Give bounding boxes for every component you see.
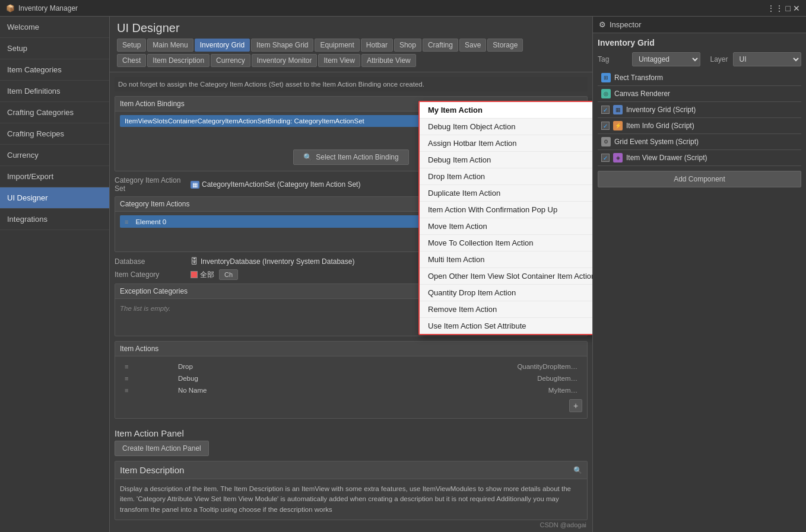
rect-transform-icon: ⊞ bbox=[601, 73, 611, 82]
item-category-label: Item Category bbox=[115, 270, 186, 279]
sidebar-item-integrations[interactable]: Integrations bbox=[0, 209, 109, 230]
window-dots[interactable]: ⋮⋮ bbox=[767, 4, 783, 13]
insp-tag-select[interactable]: Untagged bbox=[632, 52, 700, 66]
sidebar-item-import-export[interactable]: Import/Export bbox=[0, 166, 109, 187]
inspector-object-title: Inventory Grid bbox=[598, 38, 801, 47]
insp-layer-label: Layer bbox=[710, 55, 728, 63]
insp-component-inventory-grid: ✓ ▦ Inventory Grid (Script) bbox=[598, 102, 801, 118]
tab-save[interactable]: Save bbox=[459, 39, 486, 52]
tab-row-2: Chest Item Description Currency Inventor… bbox=[117, 54, 585, 67]
dropdown-item-11[interactable]: Quantity Drop Item Action bbox=[420, 285, 592, 301]
item-info-grid-icon: ⚡ bbox=[613, 121, 623, 130]
dropdown-item-7[interactable]: Move Item Action bbox=[420, 218, 592, 235]
sidebar-item-item-categories[interactable]: Item Categories bbox=[0, 59, 109, 81]
sidebar-item-currency[interactable]: Currency bbox=[0, 145, 109, 166]
dropdown-item-5[interactable]: Duplicate Item Action bbox=[420, 185, 592, 202]
insp-component-item-view-drawer: ✓ ◈ Item View Drawer (Script) bbox=[598, 150, 801, 166]
rect-transform-label: Rect Transform bbox=[614, 74, 798, 82]
info-text: Do not forget to assign the Category Ite… bbox=[115, 77, 588, 91]
canvas-renderer-icon: ◎ bbox=[601, 89, 611, 98]
dropdown-item-2[interactable]: Assign Hotbar Item Action bbox=[420, 135, 592, 152]
item-category-value: 全部 bbox=[200, 270, 214, 280]
drag-icon-2: ≡ bbox=[125, 387, 128, 394]
dropdown-item-13[interactable]: Use Item Action Set Attribute bbox=[420, 318, 592, 334]
item-action-panel-section: Item Action Panel Create Item Action Pan… bbox=[115, 423, 588, 456]
item-action-row-1[interactable]: ≡ Debug DebugItem… bbox=[121, 373, 581, 384]
sidebar-item-welcome[interactable]: Welcome bbox=[0, 17, 109, 38]
window-close[interactable]: ✕ bbox=[793, 4, 800, 13]
item-description-title: Item Description bbox=[120, 465, 184, 475]
tab-row-1: Setup Main Menu Inventory Grid Item Shap… bbox=[117, 39, 585, 52]
designer-header: UI Designer Setup Main Menu Inventory Gr… bbox=[110, 17, 592, 72]
tab-equipment[interactable]: Equipment bbox=[315, 39, 359, 52]
insp-tag-row: Tag Untagged Layer UI bbox=[598, 52, 801, 66]
action-name-0: Drop bbox=[174, 361, 316, 372]
tab-hotbar[interactable]: Hotbar bbox=[361, 39, 393, 52]
tab-shop[interactable]: Shop bbox=[394, 39, 421, 52]
watermark: CSDN @adogai bbox=[540, 521, 586, 528]
dropdown-item-8[interactable]: Move To Collection Item Action bbox=[420, 235, 592, 251]
designer-title: UI Designer bbox=[117, 21, 585, 35]
dropdown-item-4[interactable]: Drop Item Action bbox=[420, 168, 592, 185]
tab-storage[interactable]: Storage bbox=[487, 39, 523, 52]
window-minimize[interactable]: □ bbox=[786, 4, 791, 13]
insp-tag-label: Tag bbox=[598, 55, 627, 63]
category-action-set-value: ▦ CategoryItemActionSet (Category Item A… bbox=[191, 180, 360, 189]
tab-setup[interactable]: Setup bbox=[117, 39, 146, 52]
item-category-btn[interactable]: Ch bbox=[219, 269, 238, 280]
dropdown-item-12[interactable]: Remove Item Action bbox=[420, 301, 592, 318]
create-item-action-panel-btn[interactable]: Create Item Action Panel bbox=[115, 441, 209, 456]
action-name-2: No Name bbox=[174, 385, 316, 396]
category-action-set-label: Category Item Action Set bbox=[115, 176, 186, 193]
select-item-action-binding-btn[interactable]: 🔍 Select Item Action Binding bbox=[293, 149, 408, 165]
tab-currency[interactable]: Currency bbox=[211, 54, 250, 67]
item-action-row-2[interactable]: ≡ No Name MyItem… bbox=[121, 385, 581, 396]
grid-event-system-label: Grid Event System (Script) bbox=[614, 138, 798, 146]
grid-event-system-icon: ⚙ bbox=[601, 137, 611, 146]
app-icon: 📦 bbox=[6, 4, 15, 12]
tab-crafting[interactable]: Crafting bbox=[423, 39, 458, 52]
item-info-grid-checkbox[interactable]: ✓ bbox=[601, 122, 610, 130]
tab-attribute-view[interactable]: Attribute View bbox=[361, 54, 416, 67]
item-actions-table: ≡ Drop QuantityDropItem… ≡ Debug DebugIt… bbox=[120, 360, 582, 397]
title-bar: 📦 Inventory Manager ⋮⋮ □ ✕ bbox=[0, 0, 806, 17]
sidebar-item-crafting-categories[interactable]: Crafting Categories bbox=[0, 102, 109, 123]
item-view-drawer-checkbox[interactable]: ✓ bbox=[601, 154, 610, 162]
item-description-body: Display a description of the item. The I… bbox=[115, 479, 587, 520]
tab-main-menu[interactable]: Main Menu bbox=[147, 39, 193, 52]
dropdown-item-10[interactable]: Open Other Item View Slot Container Item… bbox=[420, 268, 592, 285]
search-desc-icon[interactable]: 🔍 bbox=[573, 466, 582, 474]
inspector-title: Inspector bbox=[610, 20, 641, 29]
sidebar: Welcome Setup Item Categories Item Defin… bbox=[0, 17, 110, 532]
sidebar-item-setup[interactable]: Setup bbox=[0, 38, 109, 59]
dropdown-item-1[interactable]: Debug Item Object Action bbox=[420, 119, 592, 135]
tab-item-view[interactable]: Item View bbox=[318, 54, 360, 67]
item-actions-header: Item Actions bbox=[115, 342, 587, 356]
drag-icon-1: ≡ bbox=[125, 375, 128, 382]
sidebar-item-item-definitions[interactable]: Item Definitions bbox=[0, 81, 109, 102]
add-component-btn[interactable]: Add Component bbox=[598, 171, 801, 187]
tab-inventory-grid[interactable]: Inventory Grid bbox=[195, 39, 250, 52]
add-action-btn[interactable]: + bbox=[569, 399, 582, 412]
insp-component-canvas-renderer: ◎ Canvas Renderer bbox=[598, 86, 801, 102]
tab-item-shape-grid[interactable]: Item Shape Grid bbox=[251, 39, 313, 52]
item-info-grid-label: Item Info Grid (Script) bbox=[626, 122, 798, 130]
sidebar-item-ui-designer[interactable]: UI Designer bbox=[0, 187, 109, 209]
inspector-panel: ⚙ Inspector Inventory Grid Tag Untagged … bbox=[592, 17, 806, 532]
item-view-drawer-label: Item View Drawer (Script) bbox=[626, 154, 798, 162]
action-name-1: Debug bbox=[174, 373, 316, 384]
inventory-grid-checkbox[interactable]: ✓ bbox=[601, 106, 610, 114]
tab-item-description[interactable]: Item Description bbox=[147, 54, 210, 67]
dropdown-item-3[interactable]: Debug Item Action bbox=[420, 152, 592, 168]
sidebar-item-crafting-recipes[interactable]: Crafting Recipes bbox=[0, 123, 109, 145]
tab-inventory-monitor[interactable]: Inventory Monitor bbox=[252, 54, 318, 67]
content-area: UI Designer Setup Main Menu Inventory Gr… bbox=[110, 17, 592, 532]
dropdown-item-0[interactable]: My Item Action bbox=[420, 102, 592, 119]
dropdown-item-9[interactable]: Multi Item Action bbox=[420, 251, 592, 268]
item-action-row-0[interactable]: ≡ Drop QuantityDropItem… bbox=[121, 361, 581, 372]
inventory-grid-icon: ▦ bbox=[613, 105, 623, 114]
dropdown-item-6[interactable]: Item Action With Confirmation Pop Up bbox=[420, 202, 592, 218]
inventory-grid-label: Inventory Grid (Script) bbox=[626, 106, 798, 114]
insp-layer-select[interactable]: UI bbox=[733, 52, 801, 66]
tab-chest[interactable]: Chest bbox=[117, 54, 146, 67]
